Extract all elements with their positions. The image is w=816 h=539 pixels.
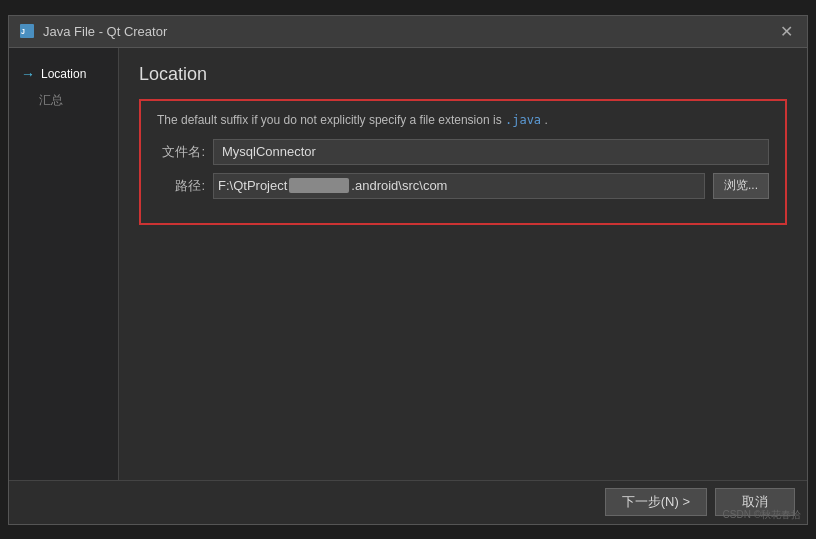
title-bar: J Java File - Qt Creator ✕ — [9, 16, 807, 48]
path-row: 路径: F:\QtProject .android\src\com 浏览... — [157, 173, 769, 199]
filename-row: 文件名: — [157, 139, 769, 165]
java-extension: .java — [505, 113, 541, 127]
close-button[interactable]: ✕ — [773, 21, 799, 41]
path-blurred — [289, 178, 349, 193]
arrow-icon: → — [21, 66, 35, 82]
path-suffix: .android\src\com — [351, 178, 447, 193]
sidebar-item-location[interactable]: → Location — [9, 60, 118, 88]
filename-input[interactable] — [213, 139, 769, 165]
sidebar-item-summary[interactable]: 汇总 — [27, 88, 118, 113]
path-prefix: F:\QtProject — [218, 178, 287, 193]
form-section: The default suffix if you do not explici… — [139, 99, 787, 225]
path-label: 路径: — [157, 177, 205, 195]
watermark: CSDN ©秋花春拾 — [723, 508, 801, 522]
page-title: Location — [139, 64, 787, 85]
dialog-body: → Location 汇总 Location The default suffi… — [9, 48, 807, 480]
next-button[interactable]: 下一步(N) > — [605, 488, 707, 516]
filename-label: 文件名: — [157, 143, 205, 161]
browse-button[interactable]: 浏览... — [713, 173, 769, 199]
window-title: Java File - Qt Creator — [43, 24, 167, 39]
dialog-window: J Java File - Qt Creator ✕ → Location 汇总… — [8, 15, 808, 525]
sidebar-item-label: Location — [41, 67, 86, 81]
dialog-footer: 下一步(N) > 取消 — [9, 480, 807, 524]
main-content: Location The default suffix if you do no… — [119, 48, 807, 480]
sidebar: → Location 汇总 — [9, 48, 119, 480]
title-bar-left: J Java File - Qt Creator — [19, 23, 167, 39]
info-prefix: The default suffix if you do not explici… — [157, 113, 505, 127]
svg-text:J: J — [21, 28, 25, 35]
info-text: The default suffix if you do not explici… — [157, 113, 769, 127]
java-file-icon: J — [19, 23, 35, 39]
